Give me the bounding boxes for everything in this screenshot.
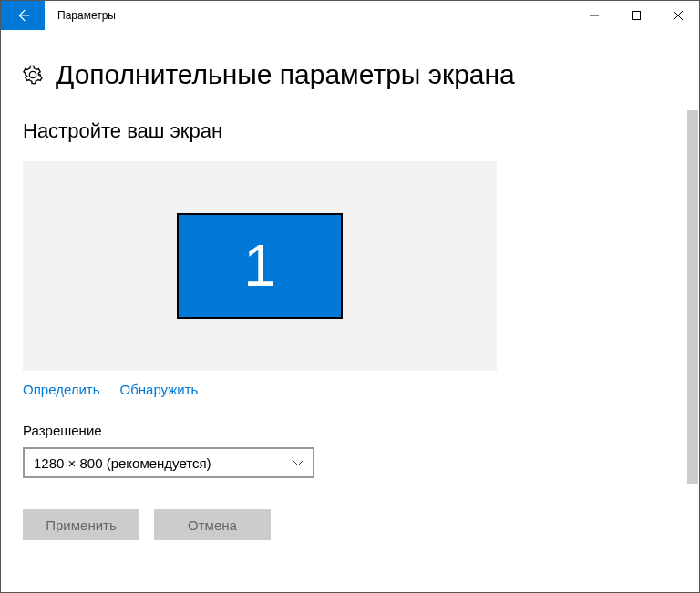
monitor-number: 1: [243, 232, 276, 300]
maximize-icon: [632, 11, 641, 20]
svg-rect-0: [633, 12, 641, 20]
cancel-button[interactable]: Отмена: [154, 509, 271, 540]
window-controls: [573, 1, 699, 30]
gear-icon: [23, 65, 43, 85]
minimize-icon: [590, 11, 599, 20]
button-row: Применить Отмена: [23, 509, 677, 540]
maximize-button[interactable]: [615, 1, 657, 30]
page-header: Дополнительные параметры экрана: [23, 59, 677, 90]
resolution-select[interactable]: 1280 × 800 (рекомендуется): [23, 447, 314, 478]
resolution-value: 1280 × 800 (рекомендуется): [34, 455, 211, 471]
detect-link[interactable]: Обнаружить: [120, 382, 199, 397]
monitor-thumbnail[interactable]: 1: [177, 213, 343, 319]
titlebar: Параметры: [1, 1, 699, 30]
close-button[interactable]: [657, 1, 699, 30]
page-title: Дополнительные параметры экрана: [56, 59, 515, 90]
resolution-label: Разрешение: [23, 423, 677, 438]
apply-button[interactable]: Применить: [23, 509, 139, 540]
window-title: Параметры: [45, 1, 573, 30]
scrollbar[interactable]: [687, 110, 698, 484]
chevron-down-icon: [293, 455, 304, 471]
back-button[interactable]: [1, 1, 45, 30]
minimize-button[interactable]: [573, 1, 615, 30]
close-icon: [674, 11, 683, 20]
arrow-left-icon: [15, 7, 31, 24]
content-area: Дополнительные параметры экрана Настройт…: [1, 30, 699, 592]
display-preview: 1: [23, 161, 497, 371]
link-row: Определить Обнаружить: [23, 382, 677, 397]
identify-link[interactable]: Определить: [23, 382, 100, 397]
section-title: Настройте ваш экран: [23, 119, 677, 143]
